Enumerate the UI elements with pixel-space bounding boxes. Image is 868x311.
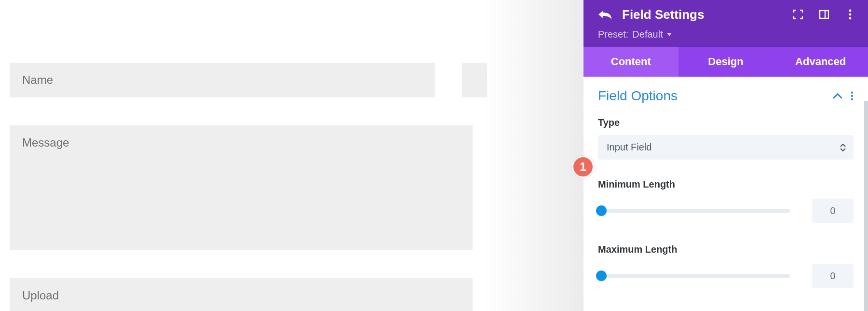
max-length-thumb[interactable] (596, 270, 607, 281)
expand-button[interactable] (793, 9, 803, 20)
back-button[interactable] (596, 6, 613, 23)
header-menu-button[interactable] (845, 9, 855, 20)
tab-design[interactable]: Design (678, 47, 773, 77)
svg-point-5 (851, 92, 853, 94)
email-field[interactable] (462, 63, 487, 97)
type-select-value: Input Field (607, 142, 651, 152)
svg-point-6 (851, 95, 853, 97)
preset-selector[interactable]: Preset: Default (598, 29, 672, 40)
preset-label-text: Preset: (598, 29, 628, 40)
scrollbar[interactable] (864, 101, 868, 311)
svg-rect-0 (820, 11, 828, 18)
section-title: Field Options (598, 88, 678, 104)
panel-toggle-button[interactable] (819, 9, 829, 20)
svg-point-7 (851, 98, 853, 100)
section-collapse-button[interactable] (833, 93, 842, 99)
panel-body: Field Options Type Input Field (583, 77, 868, 302)
select-caret-icon (840, 144, 846, 151)
max-length-value[interactable]: 0 (812, 264, 854, 288)
panel-title: Field Settings (622, 7, 793, 22)
kebab-icon (849, 9, 852, 20)
min-length-slider[interactable] (598, 209, 790, 213)
caret-down-icon (667, 33, 672, 37)
panel-shadow (482, 0, 583, 311)
tab-advanced[interactable]: Advanced (773, 47, 868, 77)
preset-value: Default (632, 29, 663, 40)
panel-header: Field Settings (583, 0, 868, 47)
min-length-value[interactable]: 0 (812, 199, 854, 223)
type-label: Type (598, 117, 854, 128)
kebab-icon (851, 91, 854, 101)
min-length-thumb[interactable] (596, 205, 607, 216)
max-length-label: Maximum Length (598, 244, 854, 255)
tabs: Content Design Advanced (583, 47, 868, 77)
min-length-label: Minimum Length (598, 179, 854, 190)
type-select[interactable]: Input Field (598, 135, 854, 160)
svg-point-3 (849, 14, 852, 16)
svg-point-2 (849, 10, 852, 12)
settings-panel: Field Settings (583, 0, 868, 311)
max-length-slider[interactable] (598, 274, 790, 278)
annotation-badge-1: 1 (572, 156, 594, 178)
message-field[interactable] (10, 125, 473, 250)
form-preview (0, 0, 482, 311)
name-field[interactable] (10, 63, 435, 97)
panel-icon (819, 10, 829, 19)
svg-point-4 (849, 17, 852, 20)
tab-content[interactable]: Content (583, 47, 678, 77)
undo-icon (597, 9, 612, 20)
expand-icon (793, 10, 803, 19)
chevron-up-icon (833, 93, 842, 99)
section-menu-button[interactable] (851, 91, 854, 101)
upload-field[interactable] (10, 278, 473, 311)
